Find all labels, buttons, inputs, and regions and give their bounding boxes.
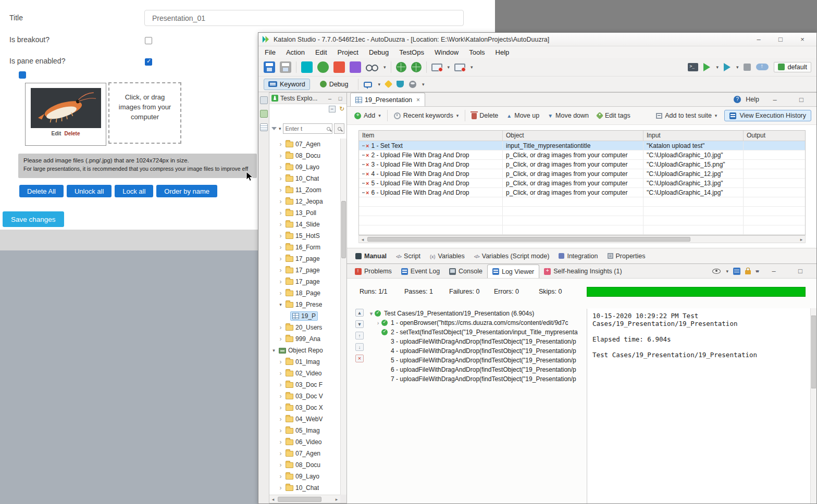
minimize-console-icon[interactable]: –	[763, 267, 785, 275]
expander-icon[interactable]: ▾	[368, 310, 375, 317]
minimize-window-icon[interactable]: –	[748, 35, 770, 43]
scroll-left-icon[interactable]: ◂	[269, 497, 277, 502]
save-changes-button[interactable]: Save changes	[3, 211, 64, 227]
expander-icon[interactable]: ›	[278, 255, 283, 262]
column-object[interactable]: Object	[503, 131, 643, 141]
expander-icon[interactable]: ▾	[271, 348, 277, 353]
tab-event-log[interactable]: Event Log	[397, 264, 444, 278]
chat-icon[interactable]	[364, 82, 372, 87]
move-down-button[interactable]: ▼ Move down	[546, 110, 591, 121]
menu-action[interactable]: Action	[281, 48, 310, 56]
explorer-item[interactable]: ›08_Docu	[269, 459, 340, 471]
scrollbar-thumb[interactable]	[811, 316, 816, 388]
log-step[interactable]: 3 - uploadFileWithDragAndDrop(findTestOb…	[368, 337, 587, 346]
explorer-item[interactable]: ▾19_Prese	[269, 299, 340, 310]
capture-dropdown-icon[interactable]: ▾	[471, 65, 473, 70]
scrollbar-thumb[interactable]	[341, 201, 346, 258]
expander-icon[interactable]: ›	[375, 320, 381, 326]
tree-table-toggle-icon[interactable]	[733, 268, 740, 275]
log-step[interactable]: 7 - uploadFileWithDragAndDrop(findTestOb…	[368, 374, 587, 384]
tab-console[interactable]: Console	[444, 264, 487, 278]
record-desktop-icon[interactable]	[431, 64, 442, 71]
explorer-item[interactable]: ›06_Video	[269, 436, 340, 448]
expander-icon[interactable]: ›	[278, 221, 283, 228]
object-spy-dropdown-icon[interactable]: ▾	[383, 65, 386, 70]
order-by-name-button[interactable]: Order by name	[156, 185, 217, 197]
view-tab-manual[interactable]: Manual	[351, 250, 391, 262]
expander-icon[interactable]: ›	[278, 450, 283, 457]
advanced-search-button[interactable]	[334, 123, 344, 134]
window-title-bar[interactable]: Katalon Studio - 7.7.0-546f21ec - AutoDu…	[258, 33, 816, 46]
explorer-item[interactable]: ›17_page	[269, 264, 340, 276]
expander-icon[interactable]: ›	[278, 404, 283, 411]
explorer-item[interactable]: ›18_Page	[269, 287, 340, 299]
view-tab-properties[interactable]: Properties	[603, 250, 650, 262]
column-input[interactable]: Input	[643, 131, 744, 141]
expander-icon[interactable]: ›	[278, 152, 283, 159]
log-step[interactable]: 6 - uploadFileWithDragAndDrop(findTestOb…	[368, 365, 587, 374]
lock-all-button[interactable]: Lock all	[115, 185, 153, 197]
save-all-icon[interactable]	[280, 61, 291, 73]
add-to-test-suite-button[interactable]: Add to test suite ▾	[654, 110, 719, 121]
view-execution-history-button[interactable]: View Execution History	[724, 110, 811, 121]
expander-icon[interactable]: ›	[278, 381, 283, 388]
is-pane-enabled-checkbox[interactable]	[145, 58, 152, 66]
is-breakout-checkbox[interactable]	[145, 37, 152, 44]
upload-to-testops-icon[interactable]	[756, 64, 769, 70]
expander-icon[interactable]: ›	[278, 461, 283, 469]
view-tab-variables-script[interactable]: Variables (Script mode)	[470, 250, 554, 262]
maximize-panel-icon[interactable]: □	[336, 95, 344, 102]
show-hide-icon[interactable]	[712, 269, 721, 274]
log-step[interactable]: ›1 - openBrowser("https://cms.duuzra.com…	[368, 318, 587, 327]
account-dropdown-icon[interactable]: ▾	[422, 82, 425, 87]
expander-icon[interactable]: ›	[278, 232, 283, 240]
job-progress-icon[interactable]	[260, 110, 268, 118]
expander-icon[interactable]: ›	[278, 175, 283, 182]
test-step-row[interactable]: 3 - Upload File With Drag And Dropp_Clic…	[359, 160, 805, 169]
test-step-row[interactable]: 1 - Set Textinput_Title_mypresentationti…	[359, 141, 805, 150]
drag-handle-chip[interactable]	[19, 71, 26, 79]
restore-panel-icon[interactable]	[260, 96, 268, 104]
edit-image-link[interactable]: Edit	[52, 131, 61, 136]
explorer-item[interactable]: ›14_Slide	[269, 219, 340, 230]
explorer-item[interactable]: ›16_Form	[269, 242, 340, 253]
explorer-item[interactable]: ›08_Docu	[269, 150, 340, 161]
edit-tags-button[interactable]: Edit tags	[595, 110, 633, 121]
menu-help[interactable]: Help	[490, 48, 515, 56]
tab-19-presentation[interactable]: 19_Presentation ×	[350, 93, 425, 106]
expander-icon[interactable]: ›	[278, 335, 283, 343]
expander-icon[interactable]: ›	[278, 209, 283, 217]
account-icon[interactable]	[409, 81, 416, 88]
explorer-item[interactable]: ›04_WebV	[269, 413, 340, 425]
recent-keywords-button[interactable]: Recent keywords ▾	[392, 110, 461, 121]
expander-icon[interactable]: ›	[278, 473, 283, 480]
test-step-row[interactable]: 4 - Upload File With Drag And Dropp_Clic…	[359, 169, 805, 179]
console-run-icon[interactable]	[688, 63, 698, 71]
expander-icon[interactable]: ▾	[278, 302, 283, 307]
column-output[interactable]: Output	[744, 131, 805, 141]
scroll-left-icon[interactable]: ◂	[359, 237, 366, 242]
explorer-item[interactable]: ›13_Poll	[269, 207, 340, 219]
column-item[interactable]: Item	[359, 131, 503, 141]
explorer-item[interactable]: ›05_Imag	[269, 425, 340, 436]
explorer-item[interactable]: ›17_page	[269, 253, 340, 264]
tests-explorer-header[interactable]: Tests Explo... – □	[269, 93, 346, 104]
log-step[interactable]: 2 - setText(findTestObject("19_Presentat…	[368, 327, 587, 337]
collapse-all-icon[interactable]: −	[329, 106, 336, 112]
explorer-horizontal-scrollbar[interactable]: ◂ ▸	[269, 495, 340, 503]
minimize-editor-icon[interactable]: –	[764, 96, 786, 104]
explorer-item[interactable]: ›03_Doc X	[269, 402, 340, 413]
explorer-item[interactable]: ›09_Layo	[269, 471, 340, 482]
explorer-item[interactable]: ›07_Agen	[269, 138, 340, 150]
view-tab-integration[interactable]: Integration	[554, 250, 602, 262]
explorer-item[interactable]: ›11_Zoom	[269, 184, 340, 196]
scroll-to-top-icon[interactable]: ▲	[355, 309, 364, 317]
test-step-row[interactable]: 2 - Upload File With Drag And Dropp_Clic…	[359, 150, 805, 160]
debug-mode-button[interactable]: Debug	[315, 79, 353, 90]
expander-icon[interactable]: ›	[278, 484, 283, 492]
gem-icon[interactable]	[385, 80, 393, 89]
view-tab-variables[interactable]: Variables	[426, 250, 469, 262]
expander-icon[interactable]: ›	[278, 393, 283, 400]
explorer-item[interactable]: ›17_page	[269, 276, 340, 287]
explorer-item[interactable]: ›15_HotS	[269, 230, 340, 242]
